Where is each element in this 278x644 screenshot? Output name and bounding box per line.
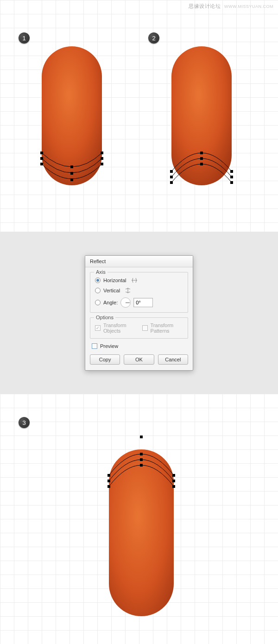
pill-shape-2[interactable]	[162, 42, 246, 208]
svg-rect-9	[70, 178, 73, 181]
copy-button[interactable]: Copy	[90, 354, 120, 365]
checkbox-icon	[142, 325, 148, 331]
axis-fieldset: Axis Horizontal Vertical	[90, 272, 188, 313]
dialog-button-row: Copy OK Cancel	[90, 354, 188, 365]
step-badge-2: 2	[148, 32, 159, 44]
svg-rect-15	[230, 176, 233, 178]
svg-rect-18	[200, 157, 203, 160]
svg-rect-5	[101, 157, 103, 160]
radio-dot-angle[interactable]	[95, 300, 101, 305]
svg-rect-8	[70, 172, 73, 175]
checkbox-icon	[95, 325, 101, 331]
dialog-panel: Reflect Axis Horizontal Vertical	[0, 232, 278, 394]
svg-rect-22	[107, 480, 110, 482]
axis-legend: Axis	[94, 269, 107, 275]
watermark-text: 思缘设计论坛	[189, 3, 221, 9]
radio-dot-vertical[interactable]	[95, 288, 101, 293]
svg-rect-4	[101, 152, 103, 154]
svg-rect-29	[140, 464, 143, 467]
svg-rect-16	[230, 181, 233, 184]
svg-rect-23	[107, 485, 110, 488]
step-number: 3	[22, 419, 25, 426]
svg-rect-25	[172, 480, 175, 482]
svg-rect-0	[42, 46, 102, 185]
svg-rect-28	[140, 458, 143, 461]
watermark: 思缘设计论坛 WWW.MISSYUAN.COM	[189, 3, 273, 10]
svg-rect-11	[170, 170, 173, 173]
options-fieldset: Options Transform Objects Transform Patt…	[90, 317, 188, 339]
radio-vertical[interactable]: Vertical	[95, 287, 183, 294]
step-badge-3: 3	[19, 417, 30, 428]
canvas-panel-bottom[interactable]: 3	[0, 394, 278, 644]
radio-label: Horizontal	[103, 278, 126, 283]
step-badge-1: 1	[19, 32, 30, 44]
svg-rect-21	[107, 474, 110, 477]
radio-angle[interactable]: Angle:	[95, 297, 183, 308]
radio-horizontal[interactable]: Horizontal	[95, 277, 183, 284]
svg-rect-20	[109, 449, 174, 616]
preview-checkbox[interactable]: Preview	[92, 343, 188, 349]
canvas-panel-top[interactable]: 1 2	[0, 0, 278, 232]
preview-label: Preview	[100, 343, 118, 349]
angle-dial[interactable]	[120, 297, 131, 308]
svg-rect-13	[170, 181, 173, 184]
svg-rect-12	[170, 176, 173, 178]
pill-shape-3[interactable]	[97, 436, 185, 630]
check-label: Transform Patterns	[151, 322, 183, 334]
check-label: Transform Objects	[103, 322, 135, 334]
dialog-title: Reflect	[85, 256, 193, 267]
svg-rect-24	[172, 474, 175, 477]
options-legend: Options	[94, 315, 115, 320]
svg-rect-30	[140, 436, 143, 438]
svg-rect-2	[40, 157, 43, 160]
check-transform-objects: Transform Objects	[95, 322, 135, 334]
horizontal-reflect-icon	[130, 277, 139, 284]
svg-rect-26	[172, 485, 175, 488]
vertical-reflect-icon	[124, 287, 132, 294]
svg-rect-7	[70, 165, 73, 168]
angle-input[interactable]	[133, 298, 153, 307]
svg-rect-14	[230, 170, 233, 173]
svg-rect-6	[101, 163, 103, 165]
radio-dot-horizontal[interactable]	[95, 278, 101, 283]
cancel-button[interactable]: Cancel	[158, 354, 188, 365]
svg-rect-17	[200, 152, 203, 154]
svg-rect-19	[200, 163, 203, 165]
checkbox-icon[interactable]	[92, 343, 97, 349]
check-transform-patterns: Transform Patterns	[142, 322, 183, 334]
step-number: 2	[152, 35, 155, 42]
reflect-dialog: Reflect Axis Horizontal Vertical	[85, 255, 193, 371]
ok-button[interactable]: OK	[124, 354, 154, 365]
watermark-url: WWW.MISSYUAN.COM	[224, 4, 273, 9]
step-number: 1	[22, 35, 25, 42]
svg-rect-3	[40, 163, 43, 165]
radio-label: Angle:	[103, 300, 118, 305]
svg-rect-1	[40, 152, 43, 154]
svg-rect-27	[140, 453, 143, 455]
pill-shape-1[interactable]	[32, 42, 116, 208]
radio-label: Vertical	[103, 288, 120, 293]
